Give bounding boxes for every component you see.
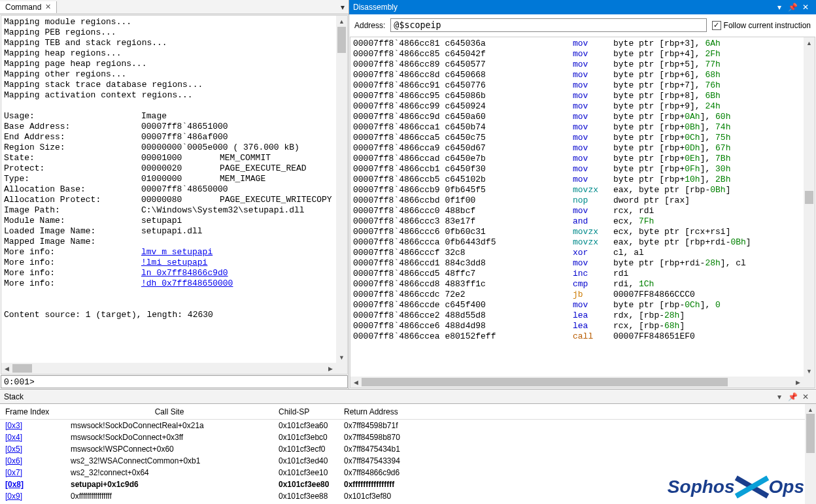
close-icon[interactable]: ✕ [799,3,812,12]
disasm-line[interactable]: 00007ff8`4866cce6 488d4d98learcx, [rbp-6… [353,321,801,331]
watermark-right: Ops [769,477,804,497]
frame-index-link[interactable]: [0x6] [5,456,22,465]
stack-row[interactable]: [0x4] mswsock!SockDoConnect+0x3ff 0x101c… [0,431,816,443]
disasm-line[interactable]: 00007ff8`4866cc8d c6450668movbyte ptr [r… [353,70,801,80]
command-tab[interactable]: Command ✕ [0,1,57,13]
stack-header-row: Frame Index Call Site Child-SP Return Ad… [0,404,816,420]
frame-index-link[interactable]: [0x9] [5,492,22,501]
disasm-line[interactable]: 00007ff8`4866ccea e80152feffcall00007FF8… [353,331,801,342]
disasm-line[interactable]: 00007ff8`4866cc89 c6450577movbyte ptr [r… [353,59,801,70]
scroll-right-icon[interactable]: ▶ [792,377,804,388]
disasm-line[interactable]: 00007ff8`4866cc95 c645086bmovbyte ptr [r… [353,91,801,101]
disasm-line[interactable]: 00007ff8`4866ccca 0fb6443df5movzxeax, by… [353,237,801,248]
window-menu-arrow-icon[interactable]: ▾ [773,3,786,12]
disasm-line[interactable]: 00007ff8`4866ccc6 0fb60c31movzxecx, byte… [353,227,801,237]
follow-instruction-checkbox[interactable]: ✓ Follow current instruction [712,21,811,30]
disassembly-vscrollbar[interactable]: ▲ ▼ [804,37,815,377]
pin-icon[interactable]: 📌 [786,3,799,12]
disasm-line[interactable]: 00007ff8`4866ccd8 4883ff1ccmprdi, 1Ch [353,279,801,290]
stack-row[interactable]: [0x3] mswsock!SockDoConnectReal+0x21a 0x… [0,420,816,431]
stack-row[interactable]: [0x6] ws2_32!WSAConnectCommon+0xb1 0x101… [0,455,816,467]
sophos-xops-watermark: Sophos Ops [668,474,804,500]
disassembly-view[interactable]: 00007ff8`4866cc81 c645036amovbyte ptr [r… [350,37,815,388]
disasm-line[interactable]: 00007ff8`4866ccd1 884c3dd8movbyte ptr [r… [353,258,801,269]
disasm-line[interactable]: 00007ff8`4866ccb1 c6450f30movbyte ptr [r… [353,164,801,175]
follow-label: Follow current instruction [724,21,811,30]
command-vscrollbar[interactable]: ▲ ▼ [336,16,347,363]
disassembly-hscrollbar[interactable]: ◀ ▶ [350,377,804,388]
scroll-left-icon[interactable]: ◀ [1,363,12,374]
scroll-right-icon[interactable]: ▶ [325,363,336,374]
pin-icon[interactable]: 📌 [786,392,799,401]
command-output: Mapping module regions...Mapping PEB reg… [1,15,348,375]
disasm-line[interactable]: 00007ff8`4866cc9d c6450a60movbyte ptr [r… [353,112,801,122]
stack-title: Stack [4,392,773,401]
command-prompt: 0:001> [1,377,36,387]
scroll-down-icon[interactable]: ▼ [336,352,347,363]
scroll-up-icon[interactable]: ▲ [804,37,815,48]
disasm-line[interactable]: 00007ff8`4866cca1 c6450b74movbyte ptr [r… [353,122,801,133]
disasm-line[interactable]: 00007ff8`4866ccde c645f400movbyte ptr [r… [353,300,801,311]
col-child-sp[interactable]: Child-SP [273,406,339,418]
frame-index-link[interactable]: [0x5] [5,445,22,454]
col-call-site[interactable]: Call Site [65,406,273,418]
disassembly-titlebar: Disassembly ▾ 📌 ✕ [349,0,816,14]
command-tabbar: Command ✕ ▾ [0,0,348,14]
disasm-line[interactable]: 00007ff8`4866ccdc 72e2jb00007FF84866CCC0 [353,290,801,300]
disasm-line[interactable]: 00007ff8`4866ccbd 0f1f00nopdword ptr [ra… [353,195,801,206]
x-icon [736,474,768,500]
command-input[interactable] [36,377,347,387]
disassembly-title: Disassembly [353,3,773,12]
disasm-line[interactable]: 00007ff8`4866ccb9 0fb645f5movzxeax, byte… [353,185,801,195]
scroll-up-icon[interactable]: ▲ [336,16,347,27]
command-hscrollbar[interactable]: ◀ ▶ [1,363,336,374]
debugger-link[interactable]: !dh 0x7ff848650000 [141,278,233,289]
disasm-line[interactable]: 00007ff8`4866cccf 32c8xorcl, al [353,248,801,258]
disasm-line[interactable]: 00007ff8`4866ccc0 488bcfmovrcx, rdi [353,206,801,216]
debugger-link[interactable]: ln 0x7ff84866c9d0 [141,268,228,278]
disasm-line[interactable]: 00007ff8`4866cce2 488d55d8leardx, [rbp-2… [353,311,801,321]
checkbox-icon[interactable]: ✓ [712,21,721,30]
disasm-line[interactable]: 00007ff8`4866cc81 c645036amovbyte ptr [r… [353,39,801,49]
frame-index-link[interactable]: [0x7] [5,468,22,477]
disassembly-address-bar: Address: ✓ Follow current instruction [349,14,816,36]
stack-row[interactable]: [0x5] mswsock!WSPConnect+0x60 0x101cf3ec… [0,443,816,455]
frame-index-link[interactable]: [0x8] [5,480,24,489]
col-frame-index[interactable]: Frame Index [0,406,65,418]
disasm-line[interactable]: 00007ff8`4866ccc3 83e17fandecx, 7Fh [353,216,801,227]
stack-vscrollbar[interactable]: ▲ ▼ [805,404,816,504]
disasm-line[interactable]: 00007ff8`4866cca5 c6450c75movbyte ptr [r… [353,133,801,143]
command-tab-label: Command [5,3,41,12]
tab-menu-arrow-icon[interactable]: ▾ [337,3,348,12]
scroll-down-icon[interactable]: ▼ [804,365,815,377]
close-icon[interactable]: ✕ [799,392,812,401]
frame-index-link[interactable]: [0x3] [5,421,22,430]
disasm-line[interactable]: 00007ff8`4866cca9 c6450d67movbyte ptr [r… [353,143,801,154]
disasm-line[interactable]: 00007ff8`4866ccb5 c645102bmovbyte ptr [r… [353,175,801,185]
command-prompt-line[interactable]: 0:001> [1,375,348,388]
disasm-line[interactable]: 00007ff8`4866cc99 c6450924movbyte ptr [r… [353,101,801,112]
scroll-left-icon[interactable]: ◀ [350,377,362,388]
close-icon[interactable]: ✕ [45,3,51,11]
disasm-line[interactable]: 00007ff8`4866ccad c6450e7bmovbyte ptr [r… [353,154,801,164]
debugger-link[interactable]: !lmi setupapi [141,258,207,268]
address-input[interactable] [390,18,706,32]
col-return-address[interactable]: Return Address [339,406,469,418]
disasm-line[interactable]: 00007ff8`4866cc85 c645042fmovbyte ptr [r… [353,49,801,59]
watermark-left: Sophos [668,477,735,497]
address-label: Address: [354,21,385,30]
disasm-line[interactable]: 00007ff8`4866cc91 c6450776movbyte ptr [r… [353,80,801,91]
debugger-link[interactable]: lmv m setupapi [141,247,212,258]
frame-index-link[interactable]: [0x4] [5,433,22,442]
disasm-line[interactable]: 00007ff8`4866ccd5 48ffc7incrdi [353,269,801,279]
window-menu-arrow-icon[interactable]: ▾ [773,392,786,401]
